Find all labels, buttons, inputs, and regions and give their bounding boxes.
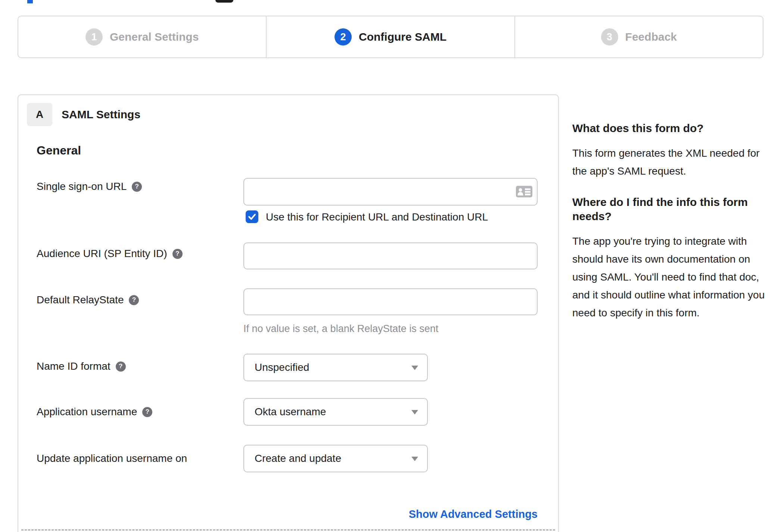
help-icon[interactable]: ? [172,249,183,259]
single-sign-on-url-input[interactable] [243,178,538,206]
contact-card-icon[interactable] [516,186,532,197]
recipient-url-checkbox[interactable] [246,210,258,223]
step-label: Feedback [625,31,677,43]
step-number-badge: 3 [601,28,618,46]
configure-saml-page: 1 General Settings 2 Configure SAML 3 Fe… [0,0,781,532]
label-text: Update application username on [37,453,187,464]
update-app-username-select[interactable]: Create and update [243,445,428,472]
chevron-down-icon [411,410,418,414]
chevron-down-icon [411,366,418,370]
default-relaystate-input[interactable] [243,288,538,315]
update-app-username-label: Update application username on [37,453,187,464]
help-panel: What does this form do? This form genera… [572,121,765,337]
select-value: Okta username [255,406,326,418]
help-icon[interactable]: ? [142,407,152,417]
step-label: General Settings [110,31,199,43]
audience-uri-label: Audience URI (SP Entity ID) ? [37,248,183,260]
step-number-badge: 1 [85,28,103,46]
section-a-badge: A [27,103,52,126]
help-icon[interactable]: ? [132,182,142,192]
section-dashed-divider [21,529,555,531]
check-icon [248,212,256,221]
name-id-format-select[interactable]: Unspecified [243,354,428,381]
general-heading: General [37,144,81,156]
help-icon[interactable]: ? [129,295,139,305]
clipped-title-artifact [215,0,233,3]
step-label: Configure SAML [359,31,446,43]
application-username-select[interactable]: Okta username [243,398,428,426]
saml-settings-title: SAML Settings [62,109,140,121]
default-relaystate-label: Default RelayState ? [37,294,139,306]
step-general-settings[interactable]: 1 General Settings [18,16,266,57]
select-value: Create and update [255,453,341,464]
step-configure-saml[interactable]: 2 Configure SAML [266,16,514,57]
single-sign-on-url-label: Single sign-on URL ? [37,181,142,193]
recipient-url-checkbox-label[interactable]: Use this for Recipient URL and Destinati… [266,211,488,223]
help-body-where: The app you're trying to integrate with … [572,232,765,322]
name-id-format-label: Name ID format ? [37,360,126,372]
clipped-blue-logo-artifact [27,0,33,3]
step-feedback[interactable]: 3 Feedback [514,16,763,57]
application-username-label: Application username ? [37,406,152,418]
help-heading-what: What does this form do? [572,121,765,135]
help-body-what: This form generates the XML needed for t… [572,144,765,180]
label-text: Default RelayState [37,294,124,306]
label-text: Single sign-on URL [37,181,127,193]
show-advanced-settings-link[interactable]: Show Advanced Settings [243,508,538,520]
select-value: Unspecified [255,362,309,373]
label-text: Audience URI (SP Entity ID) [37,248,167,260]
chevron-down-icon [411,457,418,461]
help-heading-where: Where do I find the info this form needs… [572,195,765,223]
wizard-stepper: 1 General Settings 2 Configure SAML 3 Fe… [18,16,763,58]
audience-uri-input[interactable] [243,242,538,269]
label-text: Application username [37,406,137,418]
relaystate-hint: If no value is set, a blank RelayState i… [243,323,438,335]
step-number-badge: 2 [335,28,352,46]
label-text: Name ID format [37,360,111,372]
help-icon[interactable]: ? [116,362,126,372]
